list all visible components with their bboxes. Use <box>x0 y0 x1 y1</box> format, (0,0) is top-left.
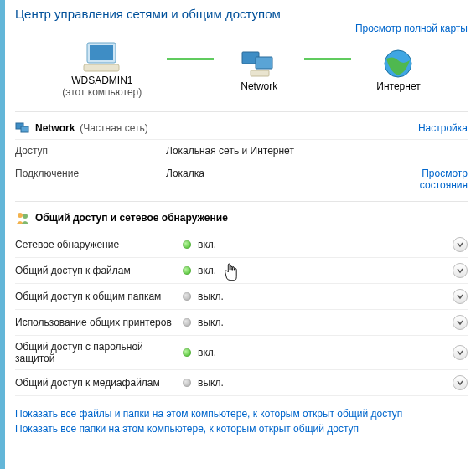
map-node-internet[interactable]: Интернет <box>376 47 420 92</box>
access-row: Доступ Локальная сеть и Интернет <box>15 139 468 162</box>
page-title: Центр управления сетями и общим доступом <box>15 7 468 21</box>
divider <box>15 201 468 202</box>
sharing-label: Использование общих принтеров <box>15 317 183 328</box>
network-icon <box>239 47 279 80</box>
status-on-icon <box>183 266 191 275</box>
view-full-map-link[interactable]: Просмотр полной карты <box>355 23 468 34</box>
sharing-status: вкл. <box>198 347 453 358</box>
computer-icon <box>82 41 122 75</box>
sharing-label: Общий доступ к файлам <box>15 265 183 276</box>
sharing-label: Общий доступ к медиафайлам <box>15 377 183 389</box>
network-map: WDSADMIN1 (этот компьютер) Network Интер… <box>15 36 468 106</box>
connection-value: Локалка <box>166 168 375 179</box>
sharing-status: выкл. <box>198 377 453 389</box>
sharing-row: Использование общих принтероввыкл. <box>15 310 468 336</box>
map-connection <box>304 58 351 60</box>
chevron-down-icon <box>457 319 463 326</box>
chevron-down-icon <box>457 349 463 356</box>
sharing-label: Общий доступ с парольной защитой <box>15 341 183 364</box>
sharing-label: Сетевое обнаружение <box>15 239 183 250</box>
svg-rect-4 <box>256 57 272 69</box>
show-all-folders-link[interactable]: Показать все папки на этом компьютере, к… <box>15 423 468 435</box>
svg-point-10 <box>18 213 23 218</box>
divider <box>15 111 468 112</box>
sharing-status: вкл. <box>198 239 453 250</box>
expand-button[interactable] <box>453 263 468 278</box>
sharing-status: выкл. <box>198 291 453 302</box>
sharing-title: Общий доступ и сетевое обнаружение <box>35 212 228 224</box>
customize-link[interactable]: Настройка <box>418 122 468 134</box>
chevron-down-icon <box>457 241 463 248</box>
sharing-section-header: Общий доступ и сетевое обнаружение <box>15 207 468 229</box>
show-all-files-link[interactable]: Показать все файлы и папки на этом компь… <box>15 408 468 420</box>
chevron-down-icon <box>457 293 463 300</box>
chevron-down-icon <box>457 267 463 274</box>
status-off-icon <box>183 379 191 387</box>
sharing-row: Общий доступ к общим папкамвыкл. <box>15 284 468 310</box>
globe-icon <box>378 47 418 80</box>
map-node-label: Интернет <box>376 80 420 92</box>
svg-point-11 <box>23 214 28 219</box>
expand-button[interactable] <box>453 375 468 390</box>
sharing-status: вкл. <box>198 265 453 276</box>
map-node-this-computer[interactable]: WDSADMIN1 (этот компьютер) <box>62 41 142 98</box>
network-type: (Частная сеть) <box>80 122 147 134</box>
map-node-label: Network <box>241 80 277 92</box>
network-name: Network <box>35 122 75 134</box>
view-status-link[interactable]: Просмотр состояния <box>375 168 468 191</box>
sharing-row: Общий доступ к медиафайламвыкл. <box>15 370 468 396</box>
access-value: Локальная сеть и Интернет <box>166 145 468 157</box>
network-small-icon <box>15 121 30 136</box>
map-node-sublabel: (этот компьютер) <box>62 86 142 98</box>
network-section-header: Network (Частная сеть) Настройка <box>15 117 468 139</box>
sharing-status: выкл. <box>198 317 453 328</box>
status-off-icon <box>183 292 191 301</box>
expand-button[interactable] <box>453 237 468 252</box>
sharing-row: Сетевое обнаружениевкл. <box>15 232 468 258</box>
map-node-network[interactable]: Network <box>239 47 279 92</box>
map-node-label: WDSADMIN1 <box>71 75 132 86</box>
svg-rect-2 <box>84 64 119 71</box>
sharing-list: Сетевое обнаружениевкл.Общий доступ к фа… <box>15 232 468 396</box>
sharing-label: Общий доступ к общим папкам <box>15 291 183 302</box>
chevron-down-icon <box>457 379 463 386</box>
sharing-row: Общий доступ к файламвкл. <box>15 258 468 284</box>
status-on-icon <box>183 240 191 249</box>
expand-button[interactable] <box>453 345 468 360</box>
svg-rect-5 <box>251 70 269 76</box>
users-icon <box>15 210 30 225</box>
status-off-icon <box>183 318 191 327</box>
status-on-icon <box>183 348 191 357</box>
expand-button[interactable] <box>453 315 468 330</box>
expand-button[interactable] <box>453 289 468 304</box>
map-connection <box>167 58 214 60</box>
connection-label: Подключение <box>15 168 166 179</box>
access-label: Доступ <box>15 145 166 157</box>
sharing-row: Общий доступ с парольной защитойвкл. <box>15 336 468 370</box>
footer-links: Показать все файлы и папки на этом компь… <box>15 408 468 435</box>
svg-rect-9 <box>21 126 28 132</box>
svg-rect-1 <box>90 45 113 60</box>
connection-row: Подключение Локалка Просмотр состояния <box>15 162 468 196</box>
